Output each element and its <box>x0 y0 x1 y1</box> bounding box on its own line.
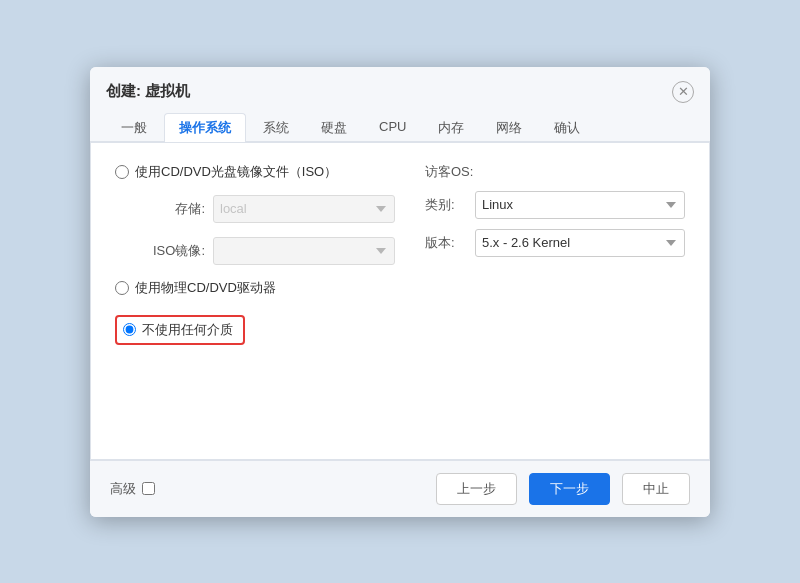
close-icon: ✕ <box>678 84 689 99</box>
no-media-label: 不使用任何介质 <box>142 321 233 339</box>
tab-confirm[interactable]: 确认 <box>539 113 595 142</box>
advanced-row: 高级 <box>110 480 155 498</box>
tab-memory[interactable]: 内存 <box>423 113 479 142</box>
version-row: 版本: 5.x - 2.6 Kernel <box>425 229 685 257</box>
tab-system[interactable]: 系统 <box>248 113 304 142</box>
iso-image-row: ISO镜像: <box>135 237 395 265</box>
right-section: 访客OS: 类别: Linux 版本: 5.x - 2.6 Kernel <box>425 163 685 345</box>
close-button[interactable]: ✕ <box>672 81 694 103</box>
physical-radio[interactable] <box>115 281 129 295</box>
left-section: 使用CD/DVD光盘镜像文件（ISO） 存储: local ISO镜像: <box>115 163 395 345</box>
create-vm-dialog: 创建: 虚拟机 ✕ 一般 操作系统 系统 硬盘 CPU 内存 网络 确认 使用C… <box>90 67 710 517</box>
guest-os-row: 访客OS: <box>425 163 685 181</box>
category-row: 类别: Linux <box>425 191 685 219</box>
no-media-highlight[interactable]: 不使用任何介质 <box>115 315 245 345</box>
tab-os[interactable]: 操作系统 <box>164 113 246 142</box>
dialog-header: 创建: 虚拟机 ✕ <box>90 67 710 103</box>
tab-disk[interactable]: 硬盘 <box>306 113 362 142</box>
back-button[interactable]: 上一步 <box>436 473 517 505</box>
category-select[interactable]: Linux <box>475 191 685 219</box>
advanced-checkbox[interactable] <box>142 482 155 495</box>
iso-radio-row: 使用CD/DVD光盘镜像文件（ISO） <box>115 163 395 181</box>
iso-label: ISO镜像: <box>135 242 205 260</box>
version-label: 版本: <box>425 234 465 252</box>
body-inner: 使用CD/DVD光盘镜像文件（ISO） 存储: local ISO镜像: <box>115 163 685 345</box>
tab-cpu[interactable]: CPU <box>364 113 421 142</box>
tab-general[interactable]: 一般 <box>106 113 162 142</box>
storage-row: 存储: local <box>135 195 395 223</box>
next-button[interactable]: 下一步 <box>529 473 610 505</box>
advanced-label: 高级 <box>110 480 136 498</box>
storage-select[interactable]: local <box>213 195 395 223</box>
category-label: 类别: <box>425 196 465 214</box>
storage-label: 存储: <box>135 200 205 218</box>
abort-button[interactable]: 中止 <box>622 473 690 505</box>
dialog-body: 使用CD/DVD光盘镜像文件（ISO） 存储: local ISO镜像: <box>90 142 710 460</box>
iso-select[interactable] <box>213 237 395 265</box>
version-select[interactable]: 5.x - 2.6 Kernel <box>475 229 685 257</box>
physical-radio-label[interactable]: 使用物理CD/DVD驱动器 <box>135 279 276 297</box>
guest-os-label: 访客OS: <box>425 163 473 181</box>
physical-radio-row: 使用物理CD/DVD驱动器 <box>115 279 395 297</box>
no-media-radio[interactable] <box>123 323 136 336</box>
dialog-title: 创建: 虚拟机 <box>106 82 190 101</box>
iso-radio-label[interactable]: 使用CD/DVD光盘镜像文件（ISO） <box>135 163 337 181</box>
dialog-footer: 高级 上一步 下一步 中止 <box>90 460 710 517</box>
tab-network[interactable]: 网络 <box>481 113 537 142</box>
no-media-row: 不使用任何介质 <box>115 315 395 345</box>
tab-bar: 一般 操作系统 系统 硬盘 CPU 内存 网络 确认 <box>90 103 710 142</box>
iso-radio[interactable] <box>115 165 129 179</box>
